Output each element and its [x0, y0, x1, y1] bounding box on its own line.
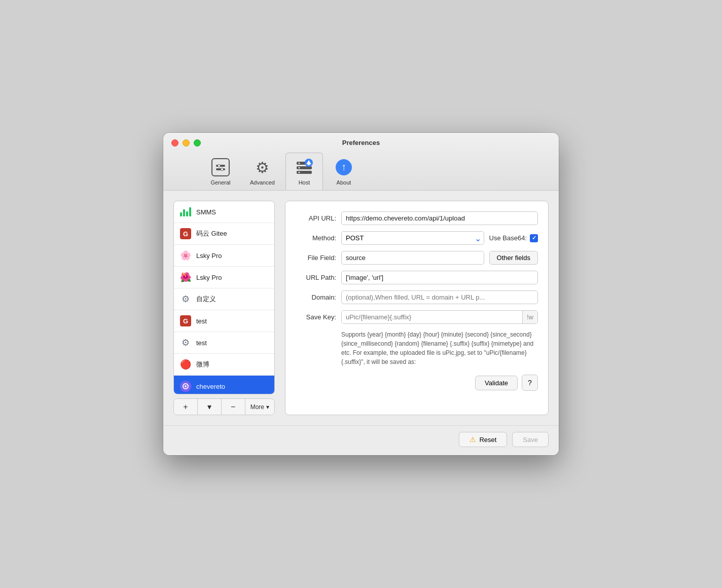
sidebar: SMMS G 码云 Gitee 🌸 Lsky Pro [173, 201, 275, 415]
question-button[interactable]: ? [522, 375, 538, 391]
toolbar: General ⚙ Advanced [171, 153, 551, 190]
toggle-icon [211, 158, 230, 176]
use-base64-wrapper: Use Base64: [489, 234, 538, 242]
sidebar-item-lsky1[interactable]: 🌸 Lsky Pro [174, 245, 274, 267]
svg-rect-12 [308, 164, 310, 165]
svg-point-16 [185, 385, 187, 387]
save-key-suffix: !w [522, 311, 537, 323]
tab-about[interactable]: ↑ About [325, 153, 363, 190]
sidebar-item-test1-label: test [196, 317, 207, 325]
sidebar-bottom-bar: + ▾ − More ▾ [173, 398, 275, 415]
sidebar-item-gitee[interactable]: G 码云 Gitee [174, 223, 274, 245]
lsky1-icon: 🌸 [180, 250, 191, 261]
url-path-row: URL Path: [296, 271, 538, 284]
gitee-icon: G [180, 228, 191, 239]
tab-advanced-label: Advanced [250, 179, 275, 186]
url-path-label: URL Path: [296, 274, 336, 281]
general-icon [210, 157, 231, 177]
add-dropdown-button[interactable]: ▾ [198, 399, 222, 415]
method-wrapper: POST GET PUT ⌄ Use Base64: [341, 231, 538, 245]
minimize-button[interactable] [183, 139, 190, 146]
test2-icon: ⚙ [180, 337, 191, 348]
save-key-input[interactable] [342, 311, 522, 323]
titlebar: Preferences General [163, 133, 559, 191]
domain-label: Domain: [296, 293, 336, 301]
sidebar-item-gitee-label: 码云 Gitee [196, 229, 227, 238]
sidebar-item-smms[interactable]: SMMS [174, 201, 274, 223]
file-field-row: File Field: Other fields [296, 251, 538, 265]
remove-button[interactable]: − [222, 399, 245, 415]
custom-icon: ⚙ [180, 293, 191, 305]
tab-about-label: About [337, 179, 351, 186]
domain-input[interactable] [341, 290, 538, 304]
gear-icon: ⚙ [256, 159, 269, 176]
validate-button[interactable]: Validate [475, 376, 518, 390]
chevereto-icon [180, 381, 191, 392]
other-fields-button[interactable]: Other fields [489, 251, 538, 265]
help-text: Supports {year} {month} {day} {hour} {mi… [341, 330, 538, 366]
use-base64-checkbox[interactable] [530, 234, 538, 242]
domain-row: Domain: [296, 290, 538, 304]
sidebar-list: SMMS G 码云 Gitee 🌸 Lsky Pro [173, 201, 275, 394]
tab-host-label: Host [299, 179, 310, 186]
file-field-label: File Field: [296, 254, 336, 262]
sidebar-item-test2-label: test [196, 339, 207, 347]
sidebar-item-test1[interactable]: G test [174, 310, 274, 332]
validate-row: Validate ? [296, 375, 538, 391]
sidebar-item-chevereto-label: chevereto [196, 383, 225, 390]
svg-point-8 [298, 167, 300, 169]
method-select-wrapper: POST GET PUT ⌄ [341, 231, 484, 245]
use-base64-label: Use Base64: [489, 234, 527, 242]
svg-point-7 [298, 163, 300, 164]
sidebar-item-custom-label: 自定义 [196, 295, 216, 304]
lsky2-icon: 🌺 [180, 272, 191, 283]
method-select[interactable]: POST GET PUT [341, 231, 484, 245]
svg-point-2 [218, 165, 221, 167]
window-title: Preferences [342, 139, 380, 146]
sidebar-scroll[interactable]: SMMS G 码云 Gitee 🌸 Lsky Pro [174, 201, 274, 394]
svg-point-3 [221, 168, 224, 171]
close-button[interactable] [171, 139, 178, 146]
preferences-window: Preferences General [163, 133, 559, 455]
sidebar-item-chevereto[interactable]: chevereto [174, 376, 274, 394]
save-key-row: Save Key: !w [296, 310, 538, 324]
sidebar-item-smms-label: SMMS [196, 208, 216, 216]
sidebar-item-lsky2-label: Lsky Pro [196, 274, 222, 281]
tab-general[interactable]: General [202, 153, 239, 190]
file-field-input[interactable] [341, 251, 484, 265]
more-button[interactable]: More ▾ [245, 399, 274, 415]
smms-icon [180, 206, 191, 217]
test1-icon: G [180, 315, 191, 326]
window-footer: ⚠ Reset Save [163, 425, 559, 455]
save-button[interactable]: Save [512, 432, 549, 447]
maximize-button[interactable] [194, 139, 201, 146]
save-key-label: Save Key: [296, 313, 336, 321]
about-icon: ↑ [334, 157, 354, 177]
sidebar-item-test2[interactable]: ⚙ test [174, 332, 274, 354]
svg-text:↑: ↑ [341, 161, 346, 172]
sidebar-item-weibo-label: 微博 [196, 360, 209, 369]
sidebar-item-custom[interactable]: ⚙ 自定义 [174, 288, 274, 310]
reset-label: Reset [479, 436, 496, 444]
method-label: Method: [296, 234, 336, 242]
add-button[interactable]: + [174, 399, 198, 415]
settings-panel: API URL: Method: POST GET PUT ⌄ [285, 201, 549, 415]
sidebar-item-lsky2[interactable]: 🌺 Lsky Pro [174, 267, 274, 288]
api-url-label: API URL: [296, 214, 336, 222]
sidebar-item-lsky1-label: Lsky Pro [196, 252, 222, 260]
api-url-row: API URL: [296, 211, 538, 225]
advanced-icon: ⚙ [252, 157, 272, 177]
warning-icon: ⚠ [470, 435, 476, 444]
tab-host[interactable]: Host [285, 153, 323, 190]
traffic-lights [171, 139, 201, 146]
file-field-inner: Other fields [341, 251, 538, 265]
titlebar-top: Preferences [171, 139, 551, 146]
sidebar-item-weibo[interactable]: 🔴 微博 [174, 354, 274, 376]
svg-point-9 [298, 172, 300, 173]
api-url-input[interactable] [341, 211, 538, 225]
url-path-input[interactable] [341, 271, 538, 284]
tab-advanced[interactable]: ⚙ Advanced [241, 153, 283, 190]
weibo-icon: 🔴 [180, 359, 191, 370]
tab-general-label: General [210, 179, 230, 186]
reset-button[interactable]: ⚠ Reset [459, 432, 507, 447]
